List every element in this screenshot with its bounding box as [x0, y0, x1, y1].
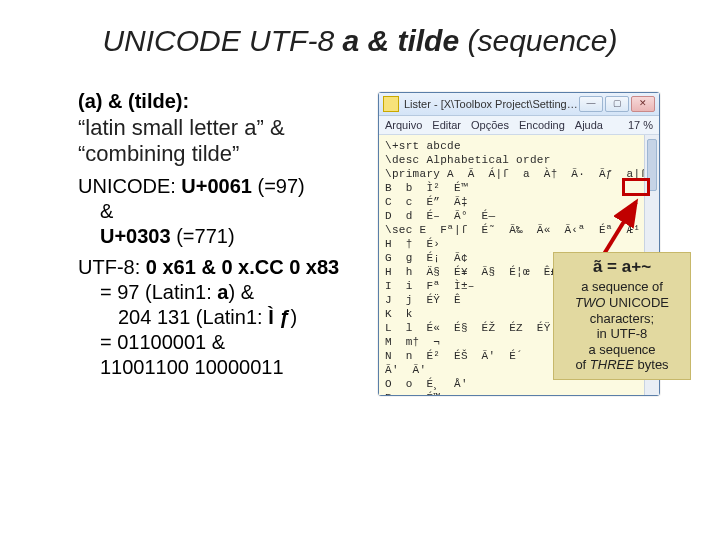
dec-line-2: 204 131 (Latin1: Ì ƒ) — [78, 305, 358, 330]
unicode-block: UNICODE: U+0061 (=97) & U+0303 (=771) — [78, 174, 358, 249]
annotation-box: ã = a+~ a sequence of TWO UNICODE charac… — [553, 252, 691, 380]
annotation-equation: ã = a+~ — [560, 257, 684, 277]
svg-line-0 — [604, 202, 636, 254]
file-line: \desc Alphabetical order — [385, 153, 653, 167]
annotation-line: in UTF-8 a sequence of THREE bytes — [560, 326, 684, 373]
dec-glyphs: Ì ƒ — [268, 306, 290, 328]
app-icon — [383, 96, 399, 112]
utf8-bytes: 0 x61 & 0 x.CC 0 x83 — [146, 256, 339, 278]
codepoint-2-row: U+0303 (=771) — [78, 224, 358, 249]
utf8-label: UTF-8: — [78, 256, 146, 278]
window-buttons: — ▢ ✕ — [579, 96, 655, 112]
file-line: \+srt abcde — [385, 139, 653, 153]
dec-line-1-end: ) & — [228, 281, 254, 303]
zoom-percent: 17 % — [628, 119, 659, 131]
unicode-label: UNICODE: — [78, 175, 181, 197]
char-name-2: “combining tilde” — [78, 141, 358, 167]
bin-line-1: = 01100001 & — [78, 330, 358, 355]
ampersand-line: & — [78, 199, 358, 224]
menu-arquivo[interactable]: Arquivo — [385, 119, 422, 131]
codepoint-2: U+0303 — [100, 225, 171, 247]
file-line: \primary A Ã Á|ſ a À† Ã· Ãƒ a|ſ — [385, 167, 653, 181]
title-part2: (sequence) — [459, 24, 617, 57]
dec-line-2-end: ) — [290, 306, 297, 328]
codepoint-2-dec: (=771) — [171, 225, 235, 247]
minimize-button[interactable]: — — [579, 96, 603, 112]
char-names: “latin small letter a” & “combining tild… — [78, 115, 358, 168]
arrow-icon — [598, 198, 644, 256]
file-line: B b Ì² É™ — [385, 181, 653, 195]
title-bold: a & tilde — [342, 24, 459, 57]
menu-editar[interactable]: Editar — [432, 119, 461, 131]
annot-text: UNICODE — [605, 295, 669, 310]
codepoint-1-dec: (=97) — [252, 175, 305, 197]
menu-bar: Arquivo Editar Opções Encoding Ajuda 17 … — [379, 116, 659, 135]
annot-text: of — [575, 357, 589, 372]
bin-line-2: 11001100 10000011 — [78, 355, 358, 380]
dec-line-2-pre: 204 131 (Latin1: — [118, 306, 268, 328]
maximize-button[interactable]: ▢ — [605, 96, 629, 112]
codepoint-1: U+0061 — [181, 175, 252, 197]
title-part1: UNICODE UTF-8 — [102, 24, 342, 57]
menu-opcoes[interactable]: Opções — [471, 119, 509, 131]
window-title: Lister - [X\Toolbox Project\Settings\ver… — [404, 98, 579, 110]
dec-a: a — [217, 281, 228, 303]
utf8-block: UTF-8: 0 x61 & 0 x.CC 0 x83 = 97 (Latin1… — [78, 255, 358, 380]
slide: UNICODE UTF-8 a & tilde (sequence) (a) &… — [0, 0, 720, 540]
annotation-line: a sequence of TWO UNICODE characters; — [560, 279, 684, 326]
menu-encoding[interactable]: Encoding — [519, 119, 565, 131]
dec-line-1-pre: = 97 (Latin1: — [100, 281, 217, 303]
slide-title: UNICODE UTF-8 a & tilde (sequence) — [0, 24, 720, 58]
annot-em: TWO — [575, 295, 605, 310]
annot-em: THREE — [590, 357, 634, 372]
subheading: (a) & (tilde): — [78, 90, 358, 113]
annot-text: a sequence — [588, 342, 655, 357]
annot-text: characters; — [590, 311, 654, 326]
annot-text: bytes — [634, 357, 669, 372]
left-column: (a) & (tilde): “latin small letter a” & … — [78, 90, 358, 380]
highlight-box — [622, 178, 650, 196]
annot-text: in UTF-8 — [597, 326, 648, 341]
menu-ajuda[interactable]: Ajuda — [575, 119, 603, 131]
annot-text: a sequence of — [581, 279, 663, 294]
char-name-1: “latin small letter a” & — [78, 115, 358, 141]
close-button[interactable]: ✕ — [631, 96, 655, 112]
file-line: P p É™ — [385, 391, 653, 395]
dec-line-1: = 97 (Latin1: a) & — [78, 280, 358, 305]
window-titlebar[interactable]: Lister - [X\Toolbox Project\Settings\ver… — [379, 93, 659, 116]
